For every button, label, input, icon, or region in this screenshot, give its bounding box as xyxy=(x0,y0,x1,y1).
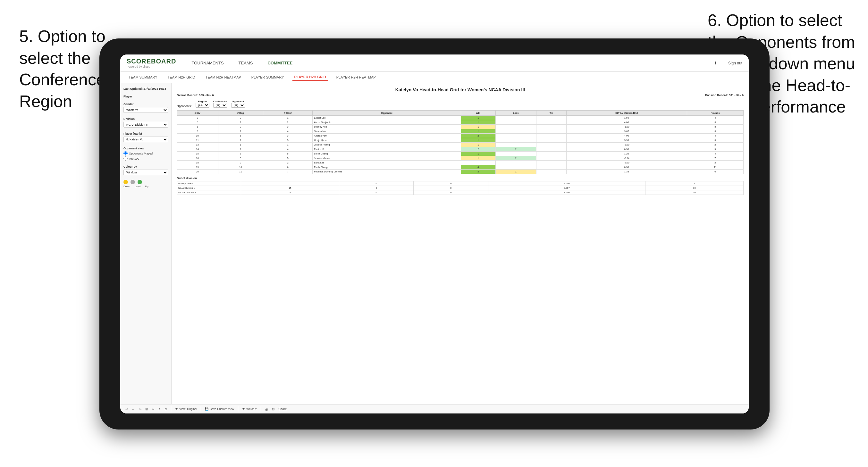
top-nav: SCOREBOARD Powered by clippd TOURNAMENTS… xyxy=(120,55,749,72)
opponent-filter: Opponent (All) xyxy=(231,100,245,108)
toolbar-save-custom[interactable]: 💾 Save Custom View xyxy=(205,407,234,411)
dot-down xyxy=(123,180,128,184)
sidebar-division-section: Division NCAA Division III NCAA Division… xyxy=(123,117,168,128)
opponent-view-radio-group: Opponents Played Top 100 xyxy=(123,151,168,161)
sidebar-last-updated: Last Updated: 27/03/2024 10:34 xyxy=(123,87,168,90)
last-updated-text: Last Updated: 27/03/2024 10:34 xyxy=(123,87,168,90)
gender-select[interactable]: Women's Men's xyxy=(123,107,168,113)
opponent-filter-label: Opponent xyxy=(231,100,245,103)
conference-filter: Conference (All) xyxy=(213,100,227,108)
main-content: Last Updated: 27/03/2024 10:34 Player Ge… xyxy=(120,83,749,404)
opponent-select[interactable]: (All) xyxy=(231,103,245,108)
region-label: Region xyxy=(195,100,209,103)
conference-label: Conference xyxy=(213,100,227,103)
th-rounds: Rounds xyxy=(687,111,743,116)
toolbar-watch[interactable]: 👁 Watch ▾ xyxy=(242,407,257,411)
report-title: Katelyn Vo Head-to-Head Grid for Women's… xyxy=(177,87,744,92)
gender-label: Gender xyxy=(123,102,168,106)
out-of-division-label: Out of division xyxy=(177,177,744,180)
watch-icon: 👁 xyxy=(242,407,245,411)
sub-nav-team-h2h-heatmap[interactable]: TEAM H2H HEATMAP xyxy=(204,74,243,81)
toolbar-back[interactable]: ← xyxy=(132,407,135,411)
radio-top-100[interactable]: Top 100 xyxy=(123,156,168,161)
toolbar-undo[interactable]: ↩ xyxy=(125,407,128,411)
table-row: 18 2 2 Euna Lee -5.00 2 xyxy=(177,161,744,165)
toolbar-print[interactable]: 🖨 xyxy=(265,407,268,411)
toolbar-view-original[interactable]: 👁 View: Original xyxy=(175,407,197,411)
toolbar-redo[interactable]: ↪ xyxy=(139,407,142,411)
save-icon: 💾 xyxy=(205,407,209,411)
separator-2 xyxy=(201,406,201,411)
nav-icon: i xyxy=(712,59,719,67)
ood-table-row: Foreign Team 1 0 0 4.500 2 xyxy=(177,181,744,186)
sub-nav-team-h2h-grid[interactable]: TEAM H2H GRID xyxy=(166,74,197,81)
table-row: 15 8 5 Stella Cheng 1 1.25 4 xyxy=(177,152,744,156)
table-row: 11 2 5 Heejo Hyun 1 3.33 3 xyxy=(177,138,744,143)
sidebar-opponent-view-section: Opponent view Opponents Played Top 100 xyxy=(123,147,168,161)
colour-by-label: Colour by xyxy=(123,165,168,168)
watch-label: Watch ▾ xyxy=(246,407,257,411)
separator-3 xyxy=(238,406,238,411)
division-select[interactable]: NCAA Division III NCAA Division I NCAA D… xyxy=(123,122,168,128)
tablet-device: SCOREBOARD Powered by clippd TOURNAMENTS… xyxy=(99,38,770,430)
player-label: Player xyxy=(123,95,168,98)
player-rank-select[interactable]: 8. Katelyn Vo xyxy=(123,136,168,142)
th-conf: # Conf xyxy=(263,111,312,116)
th-opponent: Opponent xyxy=(313,111,461,116)
th-win: Win xyxy=(461,111,495,116)
dot-level xyxy=(130,180,135,184)
opponent-view-label: Opponent view xyxy=(123,147,168,150)
th-diff: Diff Av Strokes/Rnd xyxy=(566,111,687,116)
out-of-division-table: Foreign Team 1 0 0 4.500 2 NAIA Division… xyxy=(177,181,744,195)
division-label: Division xyxy=(123,117,168,121)
table-row: 9 1 4 Sharon Mun 1 3.67 3 xyxy=(177,129,744,134)
sidebar-legend xyxy=(123,180,168,184)
sub-nav: TEAM SUMMARY TEAM H2H GRID TEAM H2H HEAT… xyxy=(120,72,749,83)
sub-nav-team-summary[interactable]: TEAM SUMMARY xyxy=(127,74,159,81)
logo: SCOREBOARD Powered by clippd xyxy=(127,58,176,68)
toolbar-share[interactable]: Share xyxy=(278,407,287,411)
table-row: 10 6 3 Andrea York 2 4.00 4 xyxy=(177,134,744,138)
sub-nav-player-h2h-grid[interactable]: PLAYER H2H GRID xyxy=(292,74,328,81)
main-data-table: # Div # Reg # Conf Opponent Win Loss Tie… xyxy=(177,110,744,174)
player-rank-label: Player (Rank) xyxy=(123,132,168,135)
dot-label-down: Down xyxy=(123,185,130,188)
sidebar-player-section: Player xyxy=(123,95,168,98)
sidebar-colour-by-section: Colour by Win/loss xyxy=(123,165,168,175)
nav-tournaments[interactable]: TOURNAMENTS xyxy=(189,59,226,67)
nav-committee[interactable]: COMMITTEE xyxy=(265,59,295,67)
separator-4 xyxy=(261,406,261,411)
table-row: 13 1 1 Jessica Huang 1 -3.00 2 xyxy=(177,143,744,147)
toolbar-expand[interactable]: ⊡ xyxy=(272,407,275,411)
nav-teams[interactable]: TEAMS xyxy=(236,59,255,67)
colour-by-select[interactable]: Win/loss xyxy=(123,169,168,175)
logo-title: SCOREBOARD xyxy=(127,58,176,65)
sub-nav-player-summary[interactable]: PLAYER SUMMARY xyxy=(249,74,286,81)
logo-sub: Powered by clippd xyxy=(127,65,176,68)
toolbar-export[interactable]: ↗ xyxy=(158,407,161,411)
sidebar-player-rank-section: Player (Rank) 8. Katelyn Vo xyxy=(123,132,168,142)
dot-label-up: Up xyxy=(145,185,149,188)
th-reg: # Reg xyxy=(218,111,263,116)
region-filter: Region (All) xyxy=(195,100,209,108)
dot-up xyxy=(137,180,142,184)
th-loss: Loss xyxy=(496,111,536,116)
radio-opponents-played[interactable]: Opponents Played xyxy=(123,151,168,155)
filter-row: Opponents: Region (All) Conference (All) xyxy=(177,100,744,108)
table-row: 19 10 6 Emily Chang 4 0.30 11 xyxy=(177,165,744,169)
table-row: 20 11 7 Federica Domecq Lacroze 2 1 1.33… xyxy=(177,169,744,174)
toolbar-cut[interactable]: ✂ xyxy=(152,407,154,411)
sign-out-link[interactable]: Sign out xyxy=(728,61,742,65)
sidebar-gender-section: Gender Women's Men's xyxy=(123,102,168,113)
separator-1 xyxy=(171,406,171,411)
table-row: 14 7 4 Eunice Yi 2 2 0.38 9 xyxy=(177,147,744,152)
toolbar-grid[interactable]: ⊞ xyxy=(145,407,148,411)
content-panel: Katelyn Vo Head-to-Head Grid for Women's… xyxy=(172,83,749,404)
region-select[interactable]: (All) xyxy=(195,103,209,108)
conference-select[interactable]: (All) xyxy=(213,103,227,108)
th-div: # Div xyxy=(177,111,218,116)
toolbar-circle[interactable]: ⊙ xyxy=(164,407,167,411)
sub-nav-player-h2h-heatmap[interactable]: PLAYER H2H HEATMAP xyxy=(335,74,378,81)
save-label: Save Custom View xyxy=(210,407,234,411)
view-icon: 👁 xyxy=(175,407,178,411)
